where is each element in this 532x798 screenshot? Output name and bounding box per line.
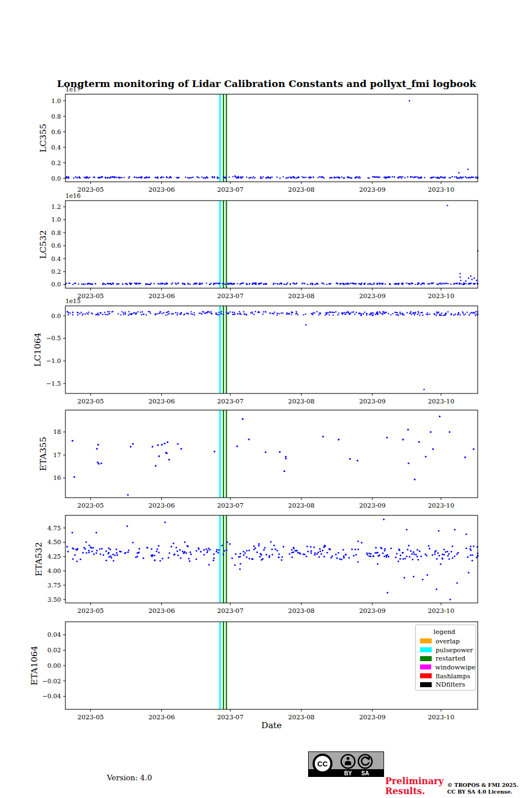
x-tick-label: 2023-05 <box>78 292 104 300</box>
y-tick-label: −1.5 <box>46 380 61 387</box>
y-tick-label: −0.04 <box>42 693 61 700</box>
subplot-box-ETA532 <box>65 515 478 603</box>
legend-item-flashlamps: flashlamps <box>420 672 475 681</box>
y-tick-label: −1.0 <box>46 357 61 365</box>
x-tick-label: 2023-10 <box>428 186 454 193</box>
y-tick-label: −0.5 <box>46 335 61 342</box>
legend-label-overlap: overlap <box>436 637 460 645</box>
subplot-box-LC355 <box>65 94 478 182</box>
y-tick-label: 3.75 <box>48 582 62 589</box>
y-ticks-LC355: 1.00.80.60.40.20.0 <box>52 98 66 182</box>
x-tick-label: 2023-09 <box>359 607 386 615</box>
y-tick-label: 0.4 <box>52 144 62 151</box>
y-tick-label: 18 <box>53 428 61 436</box>
x-tick-label: 2023-10 <box>428 502 454 509</box>
y-tick-label: 0.6 <box>52 129 62 136</box>
x-tick-label: 2023-08 <box>288 292 315 300</box>
y-axis-label-lc532: LC532 <box>38 230 48 259</box>
x-tick-label: 2023-07 <box>217 292 244 300</box>
x-ticks-LC355: 2023-052023-062023-072023-082023-092023-… <box>78 182 454 193</box>
legend-item-pulsepower: pulsepower <box>420 646 475 654</box>
preliminary-results-text: Preliminary Results. <box>385 776 444 796</box>
x-tick-label: 2023-07 <box>217 713 244 721</box>
y-tick-label: 0.8 <box>52 113 62 120</box>
legend-label-windowwipe: windowwipe <box>435 663 475 671</box>
y-axis-offset-text: 1e15 <box>65 298 81 305</box>
legend-swatch-ndfilters <box>420 682 432 687</box>
event-lines <box>220 622 227 709</box>
x-tick-label: 2023-06 <box>149 397 175 405</box>
y-tick-label: 0.8 <box>52 229 62 237</box>
x-ticks-LC532: 2023-052023-062023-072023-082023-092023-… <box>78 288 454 300</box>
scatter-series-LC355 <box>65 100 479 179</box>
x-tick-label: 2023-06 <box>149 186 175 193</box>
x-tick-label: 2023-08 <box>288 397 315 405</box>
x-tick-label: 2023-09 <box>359 186 386 193</box>
legend-box: legend overlap pulsepower restarted wind… <box>415 625 476 690</box>
y-axis-label-lc355: LC355 <box>38 124 48 152</box>
version-text: Version: 4.0 <box>107 773 152 782</box>
x-ticks-ETA355: 2023-052023-062023-072023-082023-092023-… <box>78 498 454 509</box>
y-tick-label: 1.0 <box>52 216 62 223</box>
legend-label-ndfilters: NDfilters <box>436 681 465 688</box>
legend-label-pulsepower: pulsepower <box>436 646 473 654</box>
legend-item-restarted: restarted <box>420 654 475 663</box>
y-tick-label: 0.6 <box>52 242 62 249</box>
y-tick-label: 0.2 <box>52 160 62 167</box>
y-tick-label: −0.02 <box>42 678 61 685</box>
x-tick-label: 2023-09 <box>359 502 386 509</box>
x-tick-label: 2023-10 <box>428 607 454 615</box>
x-tick-label: 2023-09 <box>359 397 386 405</box>
figure: Longterm monitoring of Lidar Calibration… <box>0 0 532 798</box>
x-tick-label: 2023-09 <box>359 292 386 300</box>
y-tick-label: 1.2 <box>52 203 62 211</box>
y-tick-label: 4.00 <box>48 567 62 575</box>
legend-label-flashlamps: flashlamps <box>436 672 470 680</box>
y-axis-label-eta355: ETA355 <box>38 437 48 471</box>
y-ticks-ETA1064: 0.040.020.00−0.02−0.04 <box>42 631 65 700</box>
legend-swatch-windowwipe <box>420 664 431 669</box>
y-tick-label: 1.0 <box>52 98 62 105</box>
x-tick-label: 2023-10 <box>428 292 454 300</box>
x-tick-label: 2023-08 <box>288 186 315 193</box>
x-tick-label: 2023-05 <box>78 186 104 193</box>
by-person-body-icon <box>345 761 351 765</box>
legend-title: legend <box>420 628 475 636</box>
scatter-series-ETA355 <box>71 416 474 496</box>
x-tick-label: 2023-05 <box>78 502 104 509</box>
copyright-line1: © TROPOS & FMI 2025. <box>447 782 518 789</box>
x-tick-label: 2023-07 <box>217 186 244 193</box>
y-tick-label: 16 <box>53 474 61 482</box>
y-tick-label: 0.04 <box>48 631 62 638</box>
y-axis-offset-text: 1e17 <box>65 86 81 93</box>
y-tick-label: 3.50 <box>48 596 62 603</box>
scatter-series-LC532 <box>65 205 478 285</box>
y-tick-label: 4.25 <box>48 553 62 560</box>
x-tick-label: 2023-05 <box>78 397 104 405</box>
legend-item-overlap: overlap <box>420 637 475 646</box>
sa-text: SA <box>361 770 369 776</box>
x-tick-label: 2023-07 <box>217 397 244 405</box>
legend-swatch-pulsepower <box>420 647 432 652</box>
legend-item-windowwipe: windowwipe <box>420 663 475 672</box>
copyright-text: © TROPOS & FMI 2025. CC BY SA 4.0 Licens… <box>447 782 518 795</box>
scatter-series-LC1064 <box>66 311 478 390</box>
event-lines <box>220 515 227 603</box>
preliminary-line2: Results. <box>385 786 444 796</box>
legend-swatch-restarted <box>420 656 432 661</box>
x-tick-label: 2023-05 <box>78 713 104 721</box>
legend-swatch-overlap <box>420 638 432 643</box>
x-axis-label: Date <box>65 720 478 730</box>
x-tick-label: 2023-08 <box>288 607 315 615</box>
legend-swatch-flashlamps <box>420 673 432 678</box>
x-tick-label: 2023-06 <box>149 292 175 300</box>
x-tick-label: 2023-06 <box>149 713 175 721</box>
y-tick-label: 17 <box>53 452 61 459</box>
y-axis-label-eta532: ETA532 <box>34 542 44 576</box>
event-lines <box>220 201 227 288</box>
y-tick-label: 0.00 <box>48 662 62 669</box>
x-tick-label: 2023-06 <box>149 607 175 615</box>
x-tick-label: 2023-07 <box>217 502 244 509</box>
cc-license-badge: CC BY SA <box>308 751 384 777</box>
x-tick-label: 2023-10 <box>428 397 454 405</box>
